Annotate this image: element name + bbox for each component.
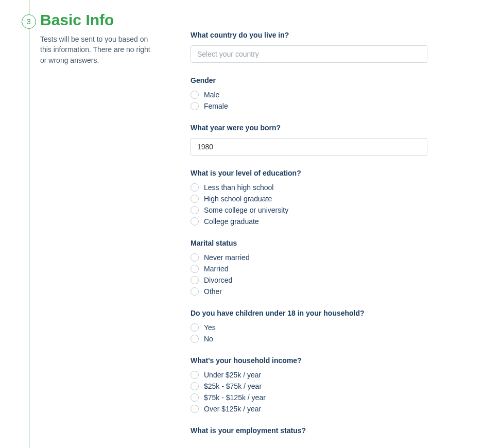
gender-options: Male Female	[191, 91, 427, 110]
gender-option-female[interactable]: Female	[191, 102, 427, 110]
radio-label: Female	[204, 102, 228, 110]
education-options: Less than high school High school gradua…	[191, 183, 427, 226]
radio-icon	[191, 91, 199, 99]
marital-option-1[interactable]: Married	[191, 265, 427, 273]
gender-group: Gender Male Female	[191, 76, 427, 110]
income-label: What's your household income?	[191, 356, 427, 365]
radio-label: Over $125k / year	[204, 405, 261, 413]
employment-group: What is your employment status?	[191, 426, 427, 435]
radio-label: $75k - $125k / year	[204, 393, 266, 402]
gender-label: Gender	[191, 76, 427, 84]
radio-icon	[191, 217, 199, 226]
radio-label: $25k - $75k / year	[204, 382, 262, 390]
radio-icon	[191, 253, 199, 262]
education-label: What is your level of education?	[191, 169, 427, 177]
radio-icon	[191, 206, 199, 214]
radio-label: College graduate	[204, 217, 259, 226]
children-group: Do you have children under 18 in your ho…	[191, 309, 427, 343]
marital-option-2[interactable]: Divorced	[191, 276, 427, 284]
birth-year-group: What year were you born?	[191, 124, 427, 156]
country-group: What country do you live in?	[191, 31, 427, 63]
education-option-1[interactable]: High school graduate	[191, 195, 427, 203]
radio-icon	[191, 287, 199, 296]
income-option-1[interactable]: $25k - $75k / year	[191, 382, 427, 390]
radio-icon	[191, 393, 199, 402]
education-option-2[interactable]: Some college or university	[191, 206, 427, 214]
section-title: Basic Info	[40, 11, 114, 29]
radio-icon	[191, 405, 199, 413]
income-option-0[interactable]: Under $25k / year	[191, 371, 427, 379]
step-progress-line	[29, 0, 29, 448]
radio-label: High school graduate	[204, 195, 272, 203]
radio-label: Under $25k / year	[204, 371, 261, 379]
gender-option-male[interactable]: Male	[191, 91, 427, 99]
marital-option-3[interactable]: Other	[191, 287, 427, 296]
children-option-yes[interactable]: Yes	[191, 323, 427, 332]
step-number-badge: 3	[22, 14, 36, 29]
radio-icon	[191, 335, 199, 343]
children-options: Yes No	[191, 323, 427, 343]
marital-option-0[interactable]: Never married	[191, 253, 427, 262]
education-option-3[interactable]: College graduate	[191, 217, 427, 226]
radio-label: Yes	[204, 323, 216, 332]
radio-icon	[191, 265, 199, 273]
step-number: 3	[27, 18, 31, 26]
education-group: What is your level of education? Less th…	[191, 169, 427, 226]
country-label: What country do you live in?	[191, 31, 427, 39]
income-option-3[interactable]: Over $125k / year	[191, 405, 427, 413]
income-options: Under $25k / year $25k - $75k / year $75…	[191, 371, 427, 413]
marital-options: Never married Married Divorced Other	[191, 253, 427, 296]
income-option-2[interactable]: $75k - $125k / year	[191, 393, 427, 402]
radio-icon	[191, 371, 199, 379]
radio-label: Less than high school	[204, 183, 273, 192]
radio-label: No	[204, 335, 213, 343]
radio-label: Never married	[204, 253, 250, 262]
radio-label: Some college or university	[204, 206, 288, 214]
radio-label: Other	[204, 287, 222, 296]
radio-icon	[191, 276, 199, 284]
radio-label: Married	[204, 265, 228, 273]
radio-label: Male	[204, 91, 219, 99]
radio-icon	[191, 382, 199, 390]
radio-label: Divorced	[204, 276, 232, 284]
country-select[interactable]	[191, 45, 427, 63]
marital-group: Marital status Never married Married Div…	[191, 239, 427, 296]
radio-icon	[191, 183, 199, 192]
radio-icon	[191, 323, 199, 332]
birth-year-input[interactable]	[191, 138, 427, 156]
marital-label: Marital status	[191, 239, 427, 247]
children-option-no[interactable]: No	[191, 335, 427, 343]
radio-icon	[191, 195, 199, 203]
birth-year-label: What year were you born?	[191, 124, 427, 132]
education-option-0[interactable]: Less than high school	[191, 183, 427, 192]
children-label: Do you have children under 18 in your ho…	[191, 309, 427, 317]
section-description: Tests will be sent to you based on this …	[40, 34, 159, 65]
basic-info-form: What country do you live in? Gender Male…	[191, 31, 427, 448]
employment-label: What is your employment status?	[191, 426, 427, 435]
income-group: What's your household income? Under $25k…	[191, 356, 427, 413]
radio-icon	[191, 102, 199, 110]
